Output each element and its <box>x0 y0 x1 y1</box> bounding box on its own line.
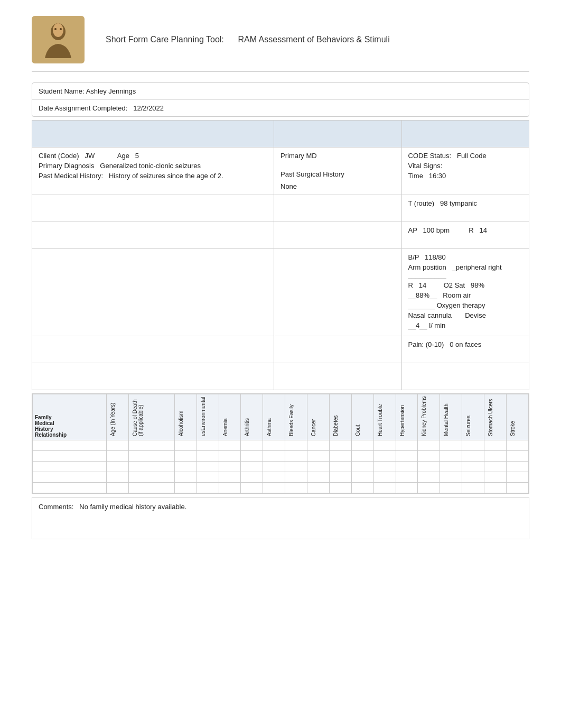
svg-point-2 <box>53 23 63 37</box>
row1-environmental <box>197 440 219 451</box>
header: Short Form Care Planning Tool: RAM Asses… <box>32 16 529 72</box>
empty-cell-9 <box>32 363 274 390</box>
ap-line: AP 100 bpm R 14 <box>408 226 523 234</box>
header-text: Short Form Care Planning Tool: RAM Asses… <box>106 35 390 44</box>
row1-anemia <box>219 440 241 451</box>
row5-heart <box>373 483 396 493</box>
row3-diabetes <box>329 462 351 472</box>
date-label: Date Assignment Completed: <box>39 104 127 112</box>
table-row <box>33 462 529 472</box>
row4-age <box>106 472 128 483</box>
row2-environmental <box>197 451 219 462</box>
col-header-anemia: Anemia <box>219 394 241 440</box>
row4-hypertension <box>396 472 418 483</box>
col-header-kidney: Kidney Problems <box>418 394 440 440</box>
time-line: Time 16:30 <box>408 172 523 180</box>
date-value: 12/2/2022 <box>133 104 164 112</box>
row2-hypertension <box>396 451 418 462</box>
client-age-value: 5 <box>135 152 139 160</box>
row5-bleeds <box>285 483 307 493</box>
row5-arthritis <box>241 483 263 493</box>
row1-asthma <box>263 440 285 451</box>
row4-bleeds <box>285 472 307 483</box>
pain-label: Pain: (0-10) <box>408 340 444 348</box>
row3-gout <box>351 462 373 472</box>
row5-anemia <box>219 483 241 493</box>
row4-seizures <box>462 472 484 483</box>
col-header-alcoholism: Alcoholism <box>174 394 197 440</box>
empty-cell-8 <box>274 336 402 363</box>
empty-cell-7 <box>32 336 274 363</box>
clinical-row-4: B/P 118/80 Arm position _peripheral righ… <box>32 249 529 336</box>
row4-cancer <box>307 472 330 483</box>
diagnosis-label: Primary Diagnosis <box>39 162 94 170</box>
row4-diabetes <box>329 472 351 483</box>
r-value: 14 <box>479 226 487 234</box>
row1-stroke <box>506 440 528 451</box>
row4-relationship <box>33 472 107 483</box>
row2-age <box>106 451 128 462</box>
table-row <box>33 472 529 483</box>
client-info-cell: Client (Code) JW Age 5 Primary Diagnosis… <box>32 148 274 195</box>
row4-cause <box>128 472 174 483</box>
row2-kidney <box>418 451 440 462</box>
student-name-label: Student Name: <box>39 87 85 95</box>
row1-mental <box>440 440 462 451</box>
student-name-value: Ashley Jennings <box>86 87 136 95</box>
row4-heart <box>373 472 396 483</box>
vital-signs-label: Vital Signs: <box>408 162 523 170</box>
col-header-age: Age (In Years) <box>106 394 128 440</box>
row1-stomach <box>484 440 507 451</box>
clinical-row-6 <box>32 363 529 390</box>
col-header-arthritis: Arthritis <box>241 394 263 440</box>
empty-cell-4 <box>274 222 402 248</box>
col-header-mental: Mental Health <box>440 394 462 440</box>
code-status-header <box>402 121 529 147</box>
row3-kidney <box>418 462 440 472</box>
row1-gout <box>351 440 373 451</box>
cannula-line: Nasal cannula Devise <box>408 311 523 319</box>
col-header-asthma: Asthma <box>263 394 285 440</box>
clinical-header-row <box>32 121 529 148</box>
clinical-section: Client (Code) JW Age 5 Primary Diagnosis… <box>32 120 529 390</box>
row5-asthma <box>263 483 285 493</box>
row2-diabetes <box>329 451 351 462</box>
row3-age <box>106 462 128 472</box>
row1-diabetes <box>329 440 351 451</box>
col-header-environmental: esEnvironmental <box>197 394 219 440</box>
row3-stroke <box>506 462 528 472</box>
row1-kidney <box>418 440 440 451</box>
row5-mental <box>440 483 462 493</box>
time-label: Time <box>408 172 423 180</box>
row2-cause <box>128 451 174 462</box>
row3-stomach <box>484 462 507 472</box>
row3-arthritis <box>241 462 263 472</box>
temp-value: 98 tympanic <box>440 199 477 207</box>
date-row: Date Assignment Completed: 12/2/2022 <box>32 100 529 116</box>
primary-md-header <box>274 121 402 147</box>
bp-label: B/P <box>408 253 419 261</box>
row2-bleeds <box>285 451 307 462</box>
row3-seizures <box>462 462 484 472</box>
primary-md-cell: Primary MD Past Surgical History None <box>274 148 402 195</box>
row5-environmental <box>197 483 219 493</box>
temp-label: T (route) <box>408 199 435 207</box>
col-header-cause-death: Cause of Death(if applicable) <box>128 394 174 440</box>
ap-cell: AP 100 bpm R 14 <box>402 222 529 248</box>
r-label: R <box>469 226 473 234</box>
pain-line: Pain: (0-10) 0 on faces <box>408 340 523 348</box>
row1-alcoholism <box>174 440 197 451</box>
logo-box <box>32 16 85 63</box>
student-name-row: Student Name: Ashley Jennings <box>32 83 529 100</box>
row4-stomach <box>484 472 507 483</box>
comments-section: Comments: No family medical history avai… <box>32 497 529 539</box>
primary-md-label: Primary MD <box>280 152 395 160</box>
row2-alcoholism <box>174 451 197 462</box>
row5-alcoholism <box>174 483 197 493</box>
row2-anemia <box>219 451 241 462</box>
row3-alcoholism <box>174 462 197 472</box>
row3-mental <box>440 462 462 472</box>
empty-cell-10 <box>274 363 402 390</box>
row5-cancer <box>307 483 330 493</box>
col-header-seizures: Seizures <box>462 394 484 440</box>
